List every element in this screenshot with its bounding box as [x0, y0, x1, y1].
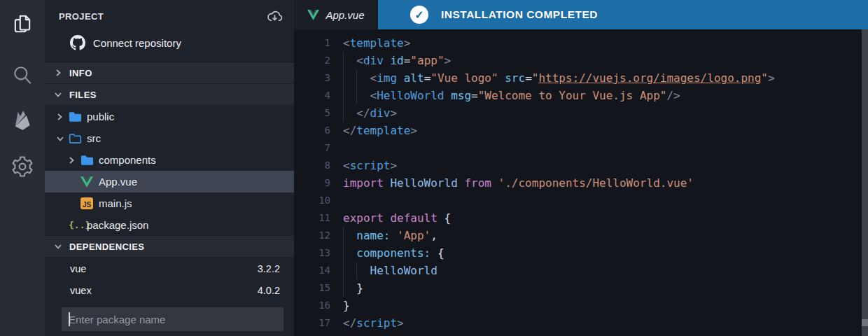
vue-icon: [80, 176, 99, 188]
line-content: [330, 139, 343, 157]
indent-guide: [343, 69, 356, 87]
json-icon: {..}: [69, 220, 87, 230]
chevron-down-icon[interactable]: [56, 135, 69, 142]
code-line-6: 6</template>: [294, 122, 868, 139]
indent-guide: [356, 262, 370, 279]
dependency-name: vue: [70, 263, 86, 274]
line-content: <img alt="Vue logo" src="https://vuejs.o…: [330, 69, 775, 87]
line-content: </script>: [330, 314, 404, 332]
section-header-files[interactable]: FILES: [45, 84, 294, 106]
code-line-15: 15}: [294, 279, 868, 297]
code-line-1: 1<template>: [294, 34, 868, 52]
line-number: 8: [294, 157, 330, 174]
dependency-row-vue[interactable]: vue3.2.2: [45, 258, 294, 279]
add-dependency-input[interactable]: [62, 307, 284, 331]
line-number: 10: [294, 192, 330, 209]
tab-app-vue[interactable]: App.vue: [294, 0, 378, 29]
line-content: import HelloWorld from './components/Hel…: [330, 174, 694, 192]
text-caret: [69, 312, 70, 326]
line-content: }: [330, 279, 363, 297]
dependency-list: vue3.2.2vuex4.0.2: [45, 258, 294, 301]
file-row-package-json[interactable]: {..}package.json: [45, 214, 294, 236]
code-line-4: 4<HelloWorld msg="Welcome to Your Vue.js…: [294, 87, 868, 104]
dependency-name: vuex: [70, 285, 92, 296]
vue-logo-icon: [307, 10, 319, 20]
line-content: </div>: [330, 104, 397, 122]
section-files-label: FILES: [69, 90, 97, 100]
line-content: <div id="app">: [330, 52, 451, 69]
code-line-10: 10: [294, 192, 868, 209]
code-line-17: 17</script>: [294, 314, 868, 332]
line-content: </template>: [330, 122, 417, 139]
project-title: PROJECT: [59, 11, 104, 22]
code-line-12: 12name: 'App',: [294, 227, 868, 244]
line-content: name: 'App',: [330, 227, 438, 244]
code-line-9: 9import HelloWorld from './components/He…: [294, 174, 868, 192]
section-dependencies-label: DEPENDENCIES: [69, 241, 144, 252]
file-row-public[interactable]: public: [45, 106, 294, 127]
scrollbar-thumb[interactable]: [862, 319, 868, 326]
file-row-app-vue[interactable]: App.vue: [45, 171, 294, 192]
code-line-3: 3<img alt="Vue logo" src="https://vuejs.…: [294, 69, 868, 87]
indent-guide: [343, 244, 356, 262]
file-row-main-js[interactable]: JSmain.js: [45, 192, 294, 214]
code-editor[interactable]: 1<template>2<div id="app">3<img alt="Vue…: [294, 29, 868, 336]
dependency-row-vuex[interactable]: vuex4.0.2: [45, 279, 294, 301]
section-header-dependencies[interactable]: DEPENDENCIES: [45, 236, 294, 258]
firebase-icon[interactable]: [0, 105, 45, 136]
line-content: components: {: [330, 244, 444, 262]
indent-guide: [343, 227, 356, 244]
file-row-components[interactable]: components: [45, 149, 294, 171]
file-label: main.js: [99, 197, 132, 209]
settings-gear-icon[interactable]: [0, 151, 45, 182]
file-tree: publicsrccomponentsApp.vueJSmain.js{..}p…: [45, 106, 294, 236]
chevron-down-icon: [54, 243, 62, 250]
chevron-right-icon[interactable]: [56, 113, 69, 121]
line-number: 17: [294, 314, 330, 332]
indent-guide: [356, 87, 370, 104]
line-number: 13: [294, 244, 330, 262]
indent-guide: [343, 52, 356, 69]
folder-icon: [80, 155, 99, 166]
chevron-down-icon: [54, 91, 62, 98]
connect-repository-label: Connect repository: [93, 37, 181, 49]
dependency-version: 4.0.2: [258, 285, 280, 296]
line-number: 1: [294, 34, 330, 52]
file-label: public: [87, 111, 114, 122]
line-number: 11: [294, 209, 330, 227]
chevron-right-icon: [54, 69, 62, 77]
search-icon[interactable]: [0, 60, 45, 91]
cloud-download-icon[interactable]: [267, 9, 283, 23]
indent-guide: [343, 262, 356, 279]
editor-scrollbar[interactable]: [862, 29, 868, 336]
indent-guide: [356, 69, 370, 87]
activity-bar: [0, 0, 45, 336]
line-number: 12: [294, 227, 330, 244]
line-number: 9: [294, 174, 330, 192]
files-icon[interactable]: [0, 8, 45, 39]
line-number: 6: [294, 122, 330, 139]
dependency-version: 3.2.2: [258, 263, 280, 274]
line-number: 5: [294, 104, 330, 122]
chevron-right-icon[interactable]: [68, 156, 80, 164]
installation-banner-label: INSTALLATION COMPLETED: [441, 8, 598, 21]
file-label: package.json: [87, 219, 148, 231]
section-info-label: INFO: [69, 68, 92, 78]
file-row-src[interactable]: src: [45, 127, 294, 149]
file-label: components: [99, 154, 156, 166]
connect-repository-button[interactable]: Connect repository: [70, 35, 283, 50]
add-dependency-wrap: [62, 307, 284, 331]
line-number: 2: [294, 52, 330, 69]
code-line-5: 5</div>: [294, 104, 868, 122]
line-content: <HelloWorld msg="Welcome to Your Vue.js …: [330, 87, 680, 104]
tab-label: App.vue: [326, 9, 364, 21]
line-content: [330, 192, 343, 209]
editor: App.vue ✓ INSTALLATION COMPLETED 1<templ…: [294, 0, 868, 336]
line-number: 4: [294, 87, 330, 104]
indent-guide: [343, 87, 356, 104]
code-line-14: 14HelloWorld: [294, 262, 868, 279]
line-content: <template>: [330, 34, 410, 52]
editor-topbar: App.vue ✓ INSTALLATION COMPLETED: [294, 0, 868, 29]
indent-guide: [343, 104, 356, 122]
section-header-info[interactable]: INFO: [45, 62, 294, 84]
